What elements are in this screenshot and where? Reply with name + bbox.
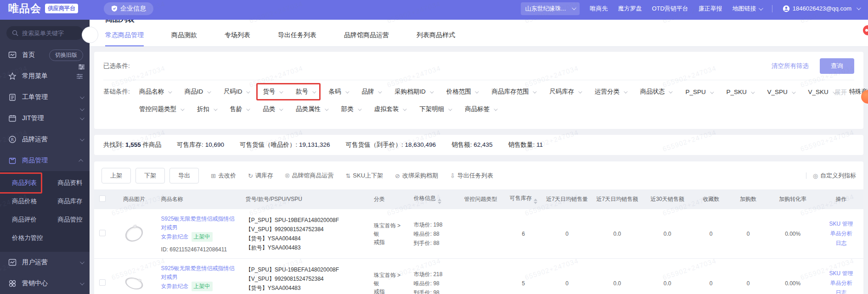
table-row: S925银无限爱意情侣戒指情侣对戒男女异款纪念上架中 ID: 692115246… <box>94 209 863 259</box>
export-tasks-action[interactable]: ⇩导出任务列表 <box>450 172 493 180</box>
filter-style-code[interactable]: 款号 <box>296 88 315 96</box>
filter-department[interactable]: 部类 <box>341 105 361 113</box>
item-analysis-link[interactable]: 单品分析 <box>823 278 860 288</box>
cart-rate-cell: 0.00% <box>767 259 819 294</box>
tab-normal-products[interactable]: 常态商品管理 <box>105 31 144 46</box>
row-checkbox[interactable] <box>99 230 106 236</box>
enterprise-info-button[interactable]: 企业信息 <box>104 2 153 15</box>
submenu-product-data[interactable]: 商品资料 <box>46 174 90 192</box>
adjust-stock-action[interactable]: ↻调库存 <box>248 172 273 180</box>
select-all-checkbox[interactable] <box>99 195 106 202</box>
chevron-down-icon <box>80 281 85 285</box>
product-image[interactable] <box>121 221 147 247</box>
product-name-link[interactable]: S925银无限爱意情侣戒指情侣对戒男女异款纪念上架中 <box>161 264 238 291</box>
query-button[interactable]: 查询 <box>820 58 854 74</box>
filter-stock-range[interactable]: 商品库存范围 <box>491 88 535 96</box>
product-category: 珠宝首饰 > 银戒指 <box>370 259 410 294</box>
sidebar-item-frequent-menu[interactable]: 常用菜单 <box>0 66 90 87</box>
sort-icon[interactable] <box>534 199 537 204</box>
sidebar-item-brand-ops[interactable]: R 品牌运营 <box>0 129 90 150</box>
sidebar-item-product-mgmt[interactable]: 商品管理 <box>0 150 90 171</box>
filter-product-tag[interactable]: 商品标签 <box>465 105 496 113</box>
filter-control-issue-type[interactable]: 管控问题类型 <box>139 105 183 113</box>
tab-special-list[interactable]: 专场列表 <box>225 31 250 46</box>
filter-sale-age[interactable]: 售龄 <box>230 105 249 113</box>
row-checkbox[interactable] <box>99 279 106 286</box>
export-button[interactable]: 导出 <box>169 168 199 183</box>
tab-list-style[interactable]: 列表商品样式 <box>417 31 455 46</box>
submenu-product-list[interactable]: 商品列表 <box>0 174 46 192</box>
chevron-down-icon <box>214 107 217 111</box>
menu-search[interactable] <box>6 26 83 40</box>
filter-purchase-schedule-id[interactable]: 采购档期ID <box>395 88 432 96</box>
filter-size-id[interactable]: 尺码ID <box>224 88 249 96</box>
col-stock[interactable]: 可售库存 <box>505 189 542 209</box>
submenu-product-review[interactable]: 商品评价 <box>0 211 46 229</box>
floating-collapse-button[interactable] <box>82 27 98 43</box>
filter-product-status[interactable]: 商品状态 <box>640 88 672 96</box>
chevron-down-icon <box>494 107 497 111</box>
sidebar-item-jit[interactable]: JIT管理 <box>0 108 90 129</box>
filter-category-attr[interactable]: 品类属性 <box>296 105 327 113</box>
filter-p-sku[interactable]: P_SKU <box>727 89 754 95</box>
switch-old-version-button[interactable]: 切换旧版 <box>49 50 83 61</box>
account-menu[interactable]: 1846026423@qq.com <box>783 5 860 12</box>
expand-toggle[interactable]: 展开 <box>834 89 854 97</box>
map-link-menu[interactable]: 地图链接 <box>733 5 762 13</box>
sidebar-item-marketing[interactable]: 营销中心 <box>0 273 90 294</box>
filter-ops-category[interactable]: 运营分类 <box>595 88 626 96</box>
filter-product-id[interactable]: 商品ID <box>185 88 210 96</box>
log-link[interactable]: 日志 <box>823 288 860 294</box>
tab-export-tasks[interactable]: 导出任务列表 <box>278 31 316 46</box>
filter-item-code[interactable]: 货号 <box>263 88 282 96</box>
sidebar-item-home[interactable]: 首页 切换旧版 <box>0 44 90 66</box>
col-price-info[interactable]: 价格信息 <box>410 189 457 209</box>
sku-manage-link[interactable]: SKU 管理 <box>823 269 860 278</box>
clear-all-filters-link[interactable]: 清空所有筛选 <box>772 62 809 70</box>
off-shelf-button[interactable]: 下架 <box>135 168 165 183</box>
rebind-schedule-action[interactable]: ⊘改绑采购档期 <box>395 172 438 180</box>
sku-manage-link[interactable]: SKU 管理 <box>823 219 860 229</box>
log-link[interactable]: 日志 <box>823 239 860 248</box>
stock-cell: 6 <box>505 209 542 259</box>
submenu-product-stock[interactable]: 商品库存 <box>46 192 90 211</box>
filter-sliders-icon[interactable] <box>78 64 85 70</box>
star-icon <box>8 72 17 80</box>
product-image[interactable] <box>121 271 147 294</box>
filter-discount[interactable]: 折扣 <box>197 105 216 113</box>
topnav-weishangxian[interactable]: 唯商先 <box>590 5 608 13</box>
customize-columns-button[interactable]: ◎自定义列指标 <box>813 172 856 180</box>
filter-p-spu[interactable]: P_SPU <box>685 89 712 95</box>
topnav-lianzheng-report[interactable]: 廉正举报 <box>699 5 722 13</box>
filter-barcode[interactable]: 条码 <box>329 88 348 96</box>
filter-category[interactable]: 品类 <box>263 105 282 113</box>
issue-type-cell <box>457 259 505 294</box>
submenu-product-price[interactable]: 商品价格 <box>0 192 46 211</box>
filter-price-range[interactable]: 价格范围 <box>446 88 478 96</box>
filter-size-stock[interactable]: 尺码库存 <box>549 88 581 96</box>
submenu-product-control[interactable]: 商品管控 <box>46 211 90 229</box>
product-name-link[interactable]: S925银无限爱意情侣戒指情侣对戒男女异款纪念上架中 <box>161 215 238 242</box>
menu-search-input[interactable] <box>22 30 77 37</box>
table-card: 上架 下架 导出 ⊞去改价 ↻调库存 ®品牌馆商品运营 ⇅SKU上下架 ⊘改绑采… <box>94 161 863 294</box>
tab-brand-hall-ops[interactable]: 品牌馆商品运营 <box>344 31 389 46</box>
item-analysis-link[interactable]: 单品分析 <box>823 229 860 239</box>
sidebar-item-workorder[interactable]: 工单管理 <box>0 87 90 108</box>
sku-on-off-action[interactable]: ⇅SKU上下架 <box>345 172 383 180</box>
brand-hall-ops-action[interactable]: ®品牌馆商品运营 <box>285 172 334 180</box>
reprice-action[interactable]: ⊞去改价 <box>211 172 236 180</box>
submenu-price-power[interactable]: 价格力管控 <box>0 229 46 247</box>
tab-product-testing[interactable]: 商品测款 <box>171 31 197 46</box>
store-selector[interactable]: 山东世纪缘珠... <box>521 2 580 15</box>
filter-virtual-bundle[interactable]: 虚拟套装 <box>374 105 406 113</box>
sidebar-item-user-ops[interactable]: 用户运营 <box>0 252 90 273</box>
filter-product-name[interactable]: 商品名称 <box>139 88 171 96</box>
filter-offshelf-detail[interactable]: 下架明细 <box>419 105 451 113</box>
sort-icon[interactable] <box>438 199 441 204</box>
on-shelf-button[interactable]: 上架 <box>101 168 131 183</box>
topnav-mofangluopan[interactable]: 魔方罗盘 <box>618 5 642 13</box>
filter-brand[interactable]: 品牌 <box>362 88 381 96</box>
topnav-otd-marketing[interactable]: OTD营销平台 <box>652 5 688 13</box>
filter-v-spu[interactable]: V_SPU <box>767 89 795 95</box>
filter-v-sku[interactable]: V_SKU <box>808 89 835 95</box>
